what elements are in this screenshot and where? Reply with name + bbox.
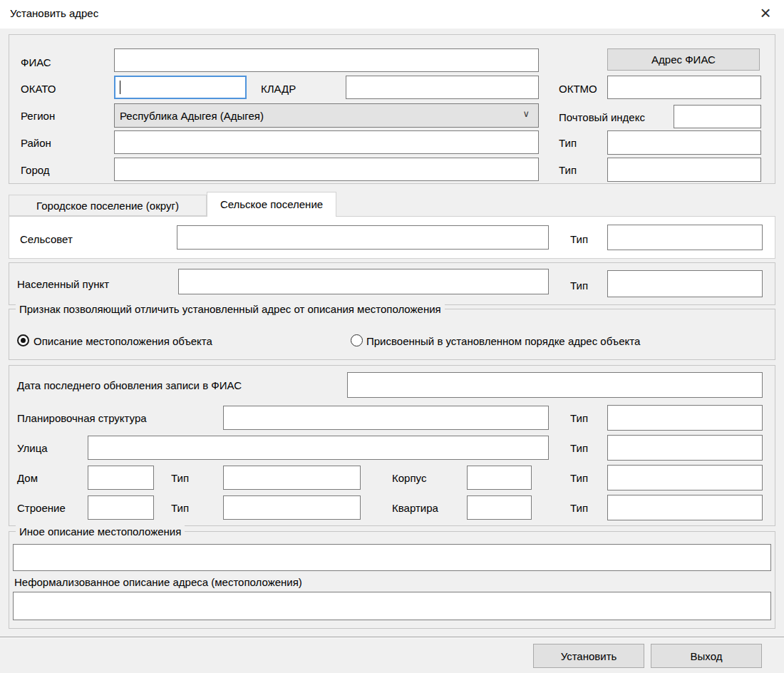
region-label: Регион bbox=[21, 110, 55, 122]
structure-label: Строение bbox=[17, 502, 66, 514]
planning-type-label: Тип bbox=[570, 412, 588, 424]
building-type-label: Тип bbox=[570, 472, 588, 484]
okato-input[interactable] bbox=[114, 76, 247, 99]
exit-button[interactable]: Выход bbox=[651, 644, 762, 668]
house-type-label: Тип bbox=[171, 472, 189, 484]
planning-structure-input[interactable] bbox=[223, 406, 549, 430]
district-type-label: Тип bbox=[559, 137, 577, 149]
city-label: Город bbox=[21, 164, 50, 176]
district-input[interactable] bbox=[114, 130, 539, 154]
fias-input[interactable] bbox=[114, 48, 539, 72]
street-type-label: Тип bbox=[570, 442, 588, 454]
region-selected-value: Республика Адыгея (Адыгея) bbox=[120, 110, 264, 122]
structure-input[interactable] bbox=[88, 495, 154, 520]
tab-rural-settlement[interactable]: Сельское поселение bbox=[207, 192, 336, 217]
informal-description-label: Неформализованное описание адреса (место… bbox=[14, 576, 302, 588]
tab-urban-settlement[interactable]: Городское поселение (округ) bbox=[9, 195, 207, 216]
selsoviet-type-input[interactable] bbox=[607, 225, 763, 250]
settlement-label: Населенный пункт bbox=[17, 278, 109, 290]
settlement-input[interactable] bbox=[178, 269, 549, 294]
address-sign-legend: Признак позволяющий отличить установленн… bbox=[16, 303, 445, 315]
selsoviet-label: Сельсовет bbox=[20, 233, 73, 245]
postal-index-label: Почтовый индекс bbox=[559, 111, 645, 123]
city-type-input[interactable] bbox=[607, 158, 761, 182]
city-type-label: Тип bbox=[559, 164, 577, 176]
fias-date-input[interactable] bbox=[347, 372, 763, 398]
settlement-type-label: Тип bbox=[570, 279, 588, 292]
kladr-input[interactable] bbox=[346, 76, 539, 99]
planning-structure-label: Планировочная структура bbox=[17, 412, 147, 424]
house-input[interactable] bbox=[88, 466, 154, 490]
building-label: Корпус bbox=[392, 472, 426, 484]
okato-label: ОКАТО bbox=[21, 83, 56, 95]
house-label: Дом bbox=[17, 472, 38, 484]
district-label: Район bbox=[21, 137, 51, 149]
footer-separator bbox=[0, 637, 784, 638]
street-type-input[interactable] bbox=[607, 435, 763, 461]
radio-description-of-location[interactable] bbox=[17, 334, 29, 346]
address-sign-group bbox=[9, 309, 775, 360]
selsoviet-input[interactable] bbox=[177, 225, 549, 250]
other-description-input[interactable] bbox=[13, 544, 771, 571]
title-bar: Установить адрес × bbox=[0, 0, 784, 29]
radio-assigned-address[interactable] bbox=[351, 334, 363, 346]
street-label: Улица bbox=[17, 442, 48, 454]
district-type-input[interactable] bbox=[607, 130, 761, 155]
planning-type-input[interactable] bbox=[607, 405, 763, 431]
selsoviet-type-label: Тип bbox=[570, 233, 588, 245]
structure-type-input[interactable] bbox=[223, 495, 361, 520]
building-input[interactable] bbox=[467, 466, 532, 490]
apartment-input[interactable] bbox=[467, 495, 532, 520]
kladr-label: КЛАДР bbox=[261, 83, 296, 95]
fias-date-label: Дата последнего обновления записи в ФИАС bbox=[17, 379, 242, 391]
region-select[interactable]: Республика Адыгея (Адыгея) ∨ bbox=[114, 103, 539, 128]
radio-assigned-label[interactable]: Присвоенный в установленном порядке адре… bbox=[366, 335, 640, 347]
window-title: Установить адрес bbox=[10, 7, 98, 19]
chevron-down-icon: ∨ bbox=[522, 108, 530, 119]
address-fias-button[interactable]: Адрес ФИАС bbox=[607, 48, 760, 71]
apartment-type-label: Тип bbox=[570, 502, 588, 514]
set-button[interactable]: Установить bbox=[533, 644, 644, 668]
postal-index-input[interactable] bbox=[674, 105, 761, 128]
oktmo-label: ОКТМО bbox=[559, 83, 597, 95]
other-description-legend: Иное описание местоположения bbox=[16, 525, 185, 538]
apartment-type-input[interactable] bbox=[607, 495, 763, 520]
city-input[interactable] bbox=[114, 158, 539, 181]
set-address-dialog: Установить адрес × ФИАС ОКАТО КЛАДР ОКТМ… bbox=[0, 0, 784, 673]
settlement-type-input[interactable] bbox=[607, 270, 763, 297]
structure-type-label: Тип bbox=[171, 502, 189, 514]
close-icon[interactable]: × bbox=[754, 1, 777, 24]
street-input[interactable] bbox=[88, 436, 549, 460]
oktmo-input[interactable] bbox=[607, 76, 761, 99]
building-type-input[interactable] bbox=[607, 465, 763, 490]
text-cursor bbox=[120, 81, 120, 94]
house-type-input[interactable] bbox=[223, 466, 361, 490]
informal-description-input[interactable] bbox=[13, 592, 771, 620]
apartment-label: Квартира bbox=[392, 502, 438, 514]
fias-label: ФИАС bbox=[21, 56, 51, 68]
radio-description-label[interactable]: Описание местоположения объекта bbox=[33, 335, 212, 347]
